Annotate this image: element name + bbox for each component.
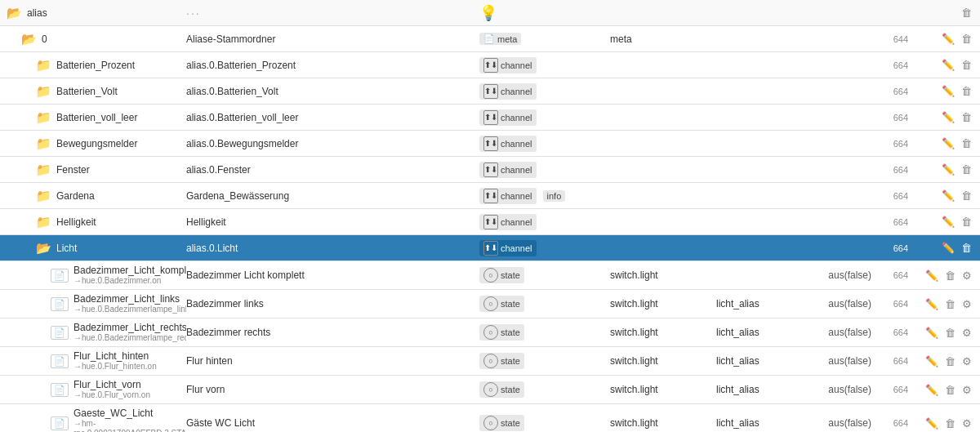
edit-button[interactable]: ✏️ [924, 269, 940, 283]
edit-button[interactable]: ✏️ [940, 110, 956, 124]
item-name: Helligkeit [56, 216, 96, 228]
table-row-batterien-prozent[interactable]: 📁Batterien_Prozentalias.0.Batterien_Proz… [0, 52, 980, 78]
table-row-fenster[interactable]: 📁Fensteralias.0.Fenster⬆⬇ channel664 ✏️ … [0, 157, 980, 183]
folder-open-icon: 📂 [7, 6, 22, 20]
edit-button[interactable]: ✏️ [924, 354, 940, 368]
edit-button[interactable]: ✏️ [940, 32, 956, 46]
role-col-badezimmer-licht-rechts: switch.light [610, 327, 716, 338]
table-row-alias-0[interactable]: 📂0Aliase-Stammordner📄 metameta644 ✏️ 🗑 [0, 26, 980, 52]
num-col-badezimmer-licht-rechts: 664 [871, 327, 908, 337]
desc-col-badezimmer-licht-rechts: Badezimmer rechts [186, 327, 479, 338]
state-icon: ○ [483, 354, 498, 368]
item-name: Flur_Licht_vorn [74, 379, 150, 390]
value-col-badezimmer-licht-komplett: aus(false) [790, 269, 871, 281]
delete-button[interactable]: 🗑 [943, 383, 957, 397]
edit-button[interactable]: ✏️ [940, 136, 956, 150]
table-row-bewegungsmelder[interactable]: 📁Bewegungsmelderalias.0.Bewegungsmelder⬆… [0, 131, 980, 157]
gear-button[interactable]: ⚙ [960, 268, 973, 283]
edit-button[interactable]: ✏️ [940, 189, 956, 203]
item-name: Bewegungsmelder [56, 138, 137, 149]
item-name: Gardena [56, 190, 95, 202]
role-col-badezimmer-licht-links: switch.light [610, 298, 716, 310]
delete-button[interactable]: 🗑 [960, 163, 973, 176]
file-badge-icon: 📄 [483, 33, 495, 44]
table-row-flur-licht-hinten[interactable]: 📄Flur_Licht_hinten→hue.0.Flur_hinten.onF… [0, 347, 980, 376]
type-badge: ⬆⬇ channel [479, 57, 537, 73]
table-row-gardena[interactable]: 📁GardenaGardena_Bewässerung⬆⬇ channelinf… [0, 183, 980, 209]
actions-col-batterien-prozent: ✏️ 🗑 [908, 58, 973, 72]
value-col-flur-licht-vorn: aus(false) [790, 384, 871, 395]
dots-menu: ··· [186, 7, 201, 20]
edit-button[interactable]: ✏️ [940, 84, 956, 98]
name-col-flur-licht-hinten: 📄Flur_Licht_hinten→hue.0.Flur_hinten.on [7, 350, 186, 372]
desc-col-licht: alias.0.Licht [186, 243, 479, 254]
channel-icon: ⬆⬇ [483, 136, 498, 151]
channel-icon: ⬆⬇ [483, 163, 498, 177]
extra-col-badezimmer-licht-rechts: licht_alias [716, 327, 790, 338]
table-row-badezimmer-licht-rechts[interactable]: 📄Badezimmer_Licht_rechts→hue.0.Badezimme… [0, 318, 980, 347]
num-col-flur-licht-hinten: 664 [871, 356, 908, 366]
table-row-flur-licht-vorn[interactable]: 📄Flur_Licht_vorn→hue.0.Flur_vorn.onFlur … [0, 376, 980, 404]
type-col-helligkeit: ⬆⬇ channel [479, 214, 610, 230]
gear-button[interactable]: ⚙ [960, 296, 973, 312]
table-row-batterien-volt[interactable]: 📁Batterien_Voltalias.0.Batterien_Volt⬆⬇ … [0, 78, 980, 105]
type-col-badezimmer-licht-komplett: ○ state [479, 267, 610, 283]
table-row-badezimmer-licht-links[interactable]: 📄Badezimmer_Licht_links→hue.0.Badezimmer… [0, 290, 980, 318]
table-row-gaeste-wc-licht[interactable]: 📄Gaeste_WC_Licht→hm-rpc.0.00021709A0EFBD… [0, 404, 980, 432]
type-badge: ○ state [479, 324, 524, 341]
edit-button[interactable]: ✏️ [940, 163, 956, 176]
item-name: 0 [42, 33, 47, 45]
edit-button[interactable]: ✏️ [940, 58, 956, 72]
delete-button[interactable]: 🗑 [960, 136, 973, 150]
table-row-batterien-voll-leer[interactable]: 📁Batterien_voll_leeralias.0.Batterien_vo… [0, 105, 980, 131]
edit-button[interactable]: ✏️ [924, 383, 940, 397]
edit-button[interactable]: ✏️ [924, 326, 940, 340]
name-col-badezimmer-licht-komplett: 📄Badezimmer_Licht_komplett→hue.0.Badezim… [7, 265, 186, 286]
delete-button[interactable]: 🗑 [943, 354, 957, 368]
num-col-gardena: 664 [871, 191, 908, 201]
name-col-batterien-prozent: 📁Batterien_Prozent [7, 58, 186, 73]
delete-button[interactable]: 🗑 [960, 215, 973, 229]
gear-button[interactable]: ⚙ [960, 325, 973, 341]
delete-button[interactable]: 🗑 [960, 110, 973, 124]
gear-button[interactable]: ⚙ [960, 416, 973, 431]
extra-col-flur-licht-vorn: licht_alias [716, 384, 790, 395]
name-col-alias-root: 📂alias [7, 6, 186, 20]
delete-button[interactable]: 🗑 [960, 241, 973, 255]
folder-icon: 📁 [36, 163, 51, 177]
edit-button[interactable]: ✏️ [940, 215, 956, 229]
type-badge: ○ state [479, 296, 524, 312]
actions-col-alias-root: 🗑 [908, 6, 973, 20]
delete-button[interactable]: 🗑 [960, 58, 973, 72]
delete-button[interactable]: 🗑 [960, 189, 973, 203]
delete-button[interactable]: 🗑 [943, 269, 957, 283]
edit-button[interactable]: ✏️ [924, 297, 940, 311]
extra-col-flur-licht-hinten: licht_alias [716, 355, 790, 367]
delete-button[interactable]: 🗑 [943, 416, 957, 430]
item-name: Flur_Licht_hinten [74, 350, 157, 362]
type-col-bewegungsmelder: ⬆⬇ channel [479, 136, 610, 152]
table-row-badezimmer-licht-komplett[interactable]: 📄Badezimmer_Licht_komplett→hue.0.Badezim… [0, 261, 980, 290]
role-col-alias-0: meta [610, 33, 716, 45]
table-row-alias-root[interactable]: 📂alias···💡 🗑 [0, 0, 980, 26]
table-row-licht[interactable]: 📂Lichtalias.0.Licht⬆⬇ channel664 ✏️ 🗑 [0, 235, 980, 261]
actions-col-gardena: ✏️ 🗑 [908, 189, 973, 203]
file-icon: 📄 [51, 354, 69, 368]
table-row-helligkeit[interactable]: 📁HelligkeitHelligkeit⬆⬇ channel664 ✏️ 🗑 [0, 209, 980, 235]
delete-button[interactable]: 🗑 [960, 32, 973, 46]
folder-icon: 📁 [36, 84, 51, 99]
gear-button[interactable]: ⚙ [960, 382, 973, 398]
state-icon: ○ [483, 382, 498, 397]
edit-button[interactable]: ✏️ [940, 241, 956, 255]
delete-button[interactable]: 🗑 [960, 6, 973, 20]
delete-button[interactable]: 🗑 [960, 84, 973, 98]
gear-button[interactable]: ⚙ [960, 354, 973, 369]
edit-button[interactable]: ✏️ [924, 416, 940, 430]
main-table: 📂alias···💡 🗑 📂0Aliase-Stammordner📄 metam… [0, 0, 980, 432]
file-icon: 📄 [51, 383, 69, 397]
delete-button[interactable]: 🗑 [943, 297, 957, 311]
type-col-fenster: ⬆⬇ channel [479, 162, 610, 178]
actions-col-gaeste-wc-licht: ✏️ 🗑 ⚙ [908, 416, 973, 431]
desc-col-fenster: alias.0.Fenster [186, 164, 479, 176]
delete-button[interactable]: 🗑 [943, 326, 957, 340]
